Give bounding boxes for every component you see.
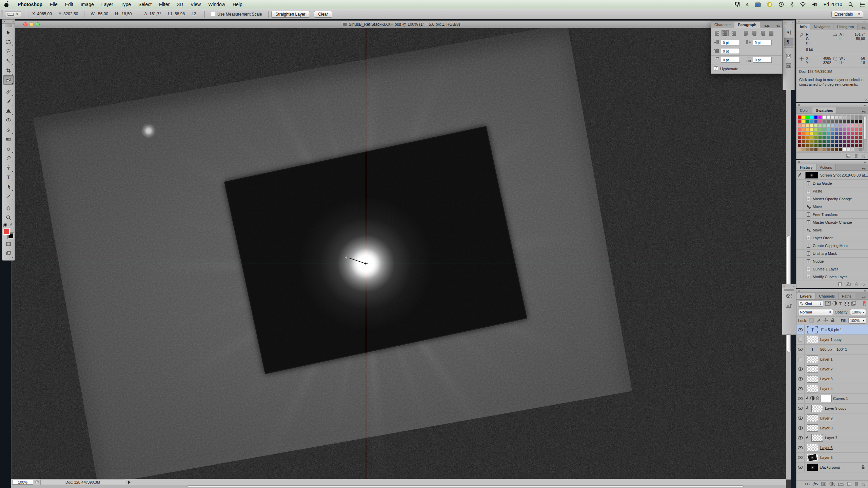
indent-right-field[interactable]: 0 pt: [753, 40, 772, 45]
color-swatch[interactable]: [802, 148, 806, 151]
align-center-button[interactable]: [722, 30, 729, 36]
color-swatch[interactable]: [834, 119, 838, 123]
history-source-well[interactable]: [796, 195, 804, 203]
color-swatch[interactable]: [826, 148, 830, 151]
layer-row[interactable]: Layer 9 copy: [796, 404, 868, 413]
delete-layer-icon[interactable]: [854, 482, 859, 487]
color-swatch[interactable]: [839, 148, 842, 151]
layer-row[interactable]: Layer 4: [796, 384, 868, 394]
horizontal-scrollbar[interactable]: [11, 485, 786, 488]
delete-state-icon[interactable]: [854, 282, 858, 287]
menu-view[interactable]: View: [187, 0, 204, 9]
doc-size-readout[interactable]: Doc: 128,4M/390,3M: [40, 480, 125, 485]
adobe-logo-icon[interactable]: [731, 0, 743, 9]
brush-tool[interactable]: [3, 97, 14, 106]
layer-name[interactable]: Background: [820, 465, 840, 469]
layer-row[interactable]: Layer 9: [796, 413, 868, 423]
lock-all-icon[interactable]: [830, 318, 835, 323]
notification-center-icon[interactable]: [856, 0, 868, 9]
color-swatch[interactable]: [847, 144, 850, 147]
canvas[interactable]: [12, 28, 786, 480]
zoom-level-field[interactable]: 100%: [12, 480, 33, 485]
history-step[interactable]: Curves 1 Layer: [796, 265, 868, 273]
color-swatch[interactable]: [798, 148, 802, 151]
layer-name[interactable]: Layer 3: [820, 377, 833, 381]
color-swatch[interactable]: [822, 115, 826, 119]
layer-thumbnail[interactable]: [807, 424, 818, 432]
time-machine-icon[interactable]: [775, 0, 787, 9]
swap-colors-icon[interactable]: [9, 223, 14, 228]
panel-close-icon[interactable]: ✕: [784, 21, 786, 24]
visibility-empty-well[interactable]: [796, 335, 805, 344]
link-layers-icon[interactable]: [805, 482, 810, 486]
color-swatch[interactable]: [839, 115, 842, 119]
align-right-button[interactable]: [730, 30, 737, 36]
color-swatch[interactable]: [818, 140, 822, 143]
color-swatch[interactable]: [798, 123, 802, 127]
visibility-eye-icon[interactable]: [796, 433, 805, 443]
new-adjustment-layer-icon[interactable]: ▾: [829, 482, 835, 487]
history-step[interactable]: Move: [796, 226, 868, 234]
color-swatch[interactable]: [847, 127, 850, 131]
color-swatch[interactable]: [826, 119, 830, 123]
color-swatch[interactable]: [839, 136, 842, 139]
color-swatch[interactable]: [859, 127, 863, 131]
zoom-window-button[interactable]: [36, 22, 40, 26]
color-swatch[interactable]: [810, 136, 814, 139]
use-measurement-scale-checkbox[interactable]: [211, 12, 215, 16]
justify-last-center-button[interactable]: [751, 30, 758, 36]
filter-type-layers-icon[interactable]: T: [839, 301, 843, 306]
panel-menu-icon[interactable]: ▾≡: [774, 24, 782, 28]
layer-name[interactable]: Layer 5: [820, 455, 833, 460]
history-source-well[interactable]: [796, 226, 804, 234]
layer-thumbnail[interactable]: [807, 365, 818, 373]
layer-row[interactable]: Layer 5: [796, 453, 868, 463]
character-styles-panel-icon[interactable]: [784, 52, 793, 61]
volume-icon[interactable]: [809, 0, 821, 9]
layer-thumbnail[interactable]: [807, 454, 818, 461]
layer-name[interactable]: 1" = 5,6 pix 1: [820, 328, 842, 332]
color-swatch[interactable]: [847, 140, 850, 143]
color-swatch[interactable]: [826, 131, 830, 135]
visibility-eye-icon[interactable]: [796, 345, 805, 354]
color-swatch[interactable]: [851, 136, 854, 139]
color-swatch[interactable]: [859, 119, 863, 123]
history-step[interactable]: Master Opacity Change: [796, 195, 868, 203]
layer-name[interactable]: Curves 1: [833, 396, 848, 401]
color-swatch[interactable]: [834, 148, 838, 151]
color-swatch[interactable]: [822, 140, 826, 143]
resize-grip[interactable]: [864, 98, 867, 101]
layer-thumbnail[interactable]: [811, 405, 823, 412]
color-swatch[interactable]: [818, 144, 822, 147]
layer-name[interactable]: Layer 2: [820, 367, 833, 371]
color-swatch[interactable]: [834, 115, 838, 119]
color-swatch[interactable]: [806, 127, 810, 131]
color-swatch[interactable]: [798, 144, 802, 147]
paragraph-styles-panel-icon[interactable]: [784, 61, 793, 70]
layer-name[interactable]: Layer 1 copy: [820, 338, 842, 342]
justify-all-button[interactable]: [768, 30, 775, 36]
layer-name[interactable]: Layer 4: [820, 387, 833, 391]
tab-info[interactable]: Info: [796, 24, 810, 30]
color-swatch[interactable]: [851, 144, 854, 147]
tab-histogram[interactable]: Histogram: [833, 24, 857, 30]
indent-first-line-field[interactable]: 0 pt: [721, 48, 740, 54]
color-swatch[interactable]: [818, 123, 822, 127]
color-swatch[interactable]: [855, 115, 859, 119]
color-swatch[interactable]: [843, 131, 846, 135]
color-swatch[interactable]: [814, 123, 818, 127]
skype-icon[interactable]: S: [764, 0, 775, 9]
color-swatch[interactable]: [802, 123, 806, 127]
history-step[interactable]: Layer Order: [796, 234, 868, 242]
menu-edit[interactable]: Edit: [61, 0, 77, 9]
color-swatch[interactable]: [810, 123, 814, 127]
color-swatch[interactable]: [814, 115, 818, 119]
hyphenate-row[interactable]: ✓ Hyphenate: [711, 64, 782, 74]
visibility-empty-well[interactable]: [796, 354, 805, 364]
color-swatch[interactable]: [839, 123, 842, 127]
color-swatch[interactable]: [826, 140, 830, 143]
layer-row[interactable]: Layer 8: [796, 423, 868, 433]
color-swatch[interactable]: [855, 148, 859, 151]
history-source-well[interactable]: [796, 211, 804, 218]
color-swatch[interactable]: [834, 140, 838, 143]
